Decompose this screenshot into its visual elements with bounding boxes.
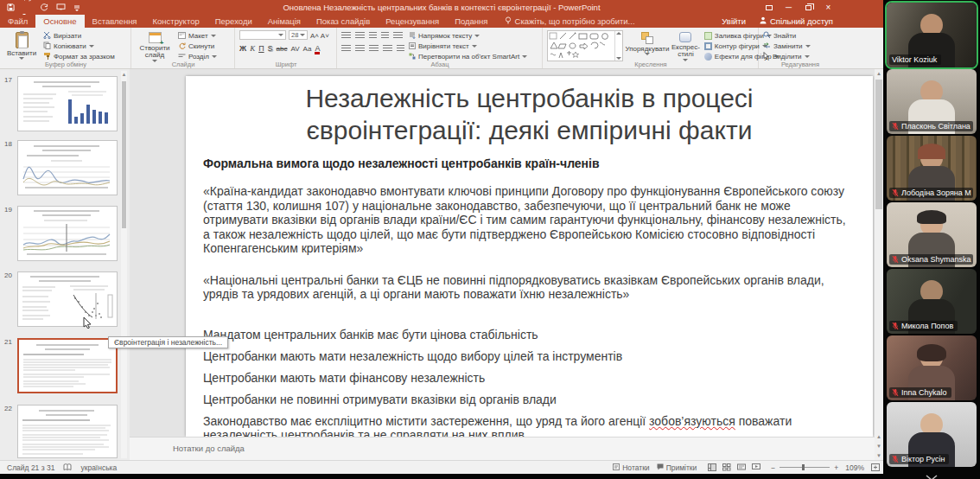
redo-icon[interactable] (40, 3, 48, 11)
spellcheck-icon[interactable] (63, 463, 72, 471)
shapes-scrollbar[interactable] (614, 31, 622, 61)
slide-thumbnail-21-current[interactable] (17, 338, 118, 393)
customize-qat-icon[interactable] (73, 4, 80, 11)
text-direction-button[interactable]: Напрямок тексту (409, 31, 527, 41)
paste-button[interactable]: Вставити (4, 30, 39, 60)
notes-panel[interactable]: Нотатки до слайда (130, 437, 875, 460)
close-icon[interactable]: × (818, 0, 838, 15)
slide-thumbnail-17[interactable] (17, 76, 118, 131)
character-spacing-button[interactable]: AV (291, 45, 300, 53)
columns-icon[interactable] (397, 45, 404, 53)
thumbnails-scrollbar[interactable]: ▲ (121, 71, 127, 458)
align-left-icon[interactable] (341, 45, 351, 53)
layout-button[interactable]: Макет (178, 31, 217, 41)
zoom-level[interactable]: 109% (845, 463, 864, 472)
language-indicator[interactable]: українська (80, 463, 117, 472)
slide-title[interactable]: Незалежність центробанків в процесі євро… (262, 83, 798, 146)
current-slide[interactable]: Незалежність центробанків в процесі євро… (186, 76, 873, 437)
share-button[interactable]: Спільний доступ (760, 16, 833, 26)
shapes-gallery[interactable] (547, 30, 623, 61)
font-name-select[interactable] (239, 30, 286, 40)
text-shadow-button[interactable]: S (268, 44, 273, 53)
align-text-button[interactable]: Вирівняти текст (409, 42, 527, 51)
slideshow-view-icon[interactable] (751, 463, 760, 472)
participant-tile[interactable]: Віктор Русін (887, 402, 977, 467)
comments-toggle[interactable]: Примітки (657, 463, 697, 472)
slide-thumbnail-22[interactable] (17, 405, 118, 458)
slide-quote-2[interactable]: «Національні центральні банки та ЄЦБ не … (203, 273, 856, 302)
slide-point[interactable]: Центробанки не повинні отримувати вказів… (203, 393, 856, 406)
slide-sorter-view-icon[interactable] (722, 463, 731, 472)
participant-tile[interactable]: Лободіна Зоряна М (887, 136, 977, 201)
quick-styles-button[interactable]: Експрес-стилі (671, 30, 700, 61)
tab-insert[interactable]: Вставлення (85, 15, 145, 28)
align-right-icon[interactable] (369, 45, 379, 53)
tab-transitions[interactable]: Переходи (207, 15, 260, 28)
zoom-out-icon[interactable]: − (771, 463, 775, 472)
find-button[interactable]: Знайти (763, 31, 811, 41)
slide-thumbnail-18[interactable] (17, 140, 118, 195)
font-color-button[interactable]: A (315, 44, 320, 54)
save-icon[interactable] (7, 3, 15, 11)
slide-point[interactable]: Центробанки мають мати незалежність щодо… (203, 349, 856, 363)
participant-tile[interactable]: Микола Попов (887, 269, 977, 334)
minimize-icon[interactable]: ─ (779, 0, 799, 15)
scroll-up-icon[interactable]: ▲ (875, 69, 883, 78)
slide-point[interactable]: Мандатом центральних банків має бути цін… (203, 328, 856, 342)
ribbon-display-options-icon[interactable] (759, 0, 779, 15)
slide-thumbnail-20[interactable] (17, 271, 118, 327)
fit-slide-icon[interactable] (871, 463, 880, 471)
tab-view[interactable]: Подання (447, 15, 495, 28)
strikethrough-button[interactable]: abc (277, 45, 288, 53)
scroll-up-icon[interactable]: ▲ (121, 71, 127, 79)
tab-slideshow[interactable]: Показ слайдів (309, 15, 378, 28)
slide-counter: Слайд 21 з 31 (7, 463, 54, 472)
tab-file[interactable]: Файл (0, 15, 35, 28)
reset-button[interactable]: Скинути (178, 42, 217, 51)
normal-view-icon[interactable] (707, 463, 716, 472)
zoom-in-icon[interactable]: + (834, 463, 838, 472)
reading-view-icon[interactable] (736, 463, 746, 472)
font-size-select[interactable]: 28 (289, 30, 308, 40)
cut-button[interactable]: Вирізати (43, 31, 115, 41)
underline-button[interactable]: П (258, 44, 264, 53)
slide-area-scrollbar[interactable]: ▲ ▲ ▼ ▼ (875, 69, 883, 460)
previous-slide-icon[interactable]: ▲ (875, 432, 883, 441)
participant-tile[interactable]: Пласконь Світлана (887, 69, 977, 134)
bold-button[interactable]: Ж (239, 44, 246, 53)
notes-toggle[interactable]: Нотатки (613, 463, 649, 472)
align-center-icon[interactable] (355, 45, 365, 53)
chevron-down-icon[interactable] (926, 469, 938, 479)
scroll-down-icon[interactable]: ▼ (875, 451, 883, 460)
italic-button[interactable]: К (250, 44, 255, 53)
grow-shrink-font[interactable]: A˄ A˅ (310, 30, 329, 41)
bullets-icon[interactable] (341, 32, 351, 40)
numbering-icon[interactable] (355, 32, 365, 40)
tab-design[interactable]: Конструктор (145, 15, 207, 28)
change-case-button[interactable]: Aa (303, 45, 312, 53)
decrease-indent-icon[interactable] (369, 32, 377, 40)
justify-icon[interactable] (383, 45, 392, 53)
replace-button[interactable]: Замінити (763, 42, 811, 51)
slide-thumbnail-19[interactable] (17, 206, 118, 261)
arrange-button[interactable]: Упорядкувати (627, 30, 667, 55)
tab-animations[interactable]: Анімація (260, 15, 309, 28)
slide-subtitle[interactable]: Формальна вимога щодо незалежності центр… (203, 156, 856, 170)
slide-point[interactable]: Центробанки мають мати фінансову незалеж… (203, 371, 856, 385)
participant-tile[interactable]: Oksana Shymanska (887, 202, 977, 267)
tell-me-box[interactable]: Скажіть, що потрібно зробити... (496, 15, 635, 28)
tab-review[interactable]: Рецензування (378, 15, 447, 28)
copy-button[interactable]: Копіювати (43, 42, 115, 51)
zoom-slider[interactable]: − + (771, 463, 838, 472)
start-slideshow-icon[interactable] (56, 3, 66, 11)
next-slide-icon[interactable]: ▼ (875, 442, 883, 450)
sign-in-button[interactable]: Увійти (722, 16, 746, 26)
slide-quote-1[interactable]: «Країна-кандидат законодавчо вмонтувати … (203, 184, 856, 256)
participant-tile[interactable]: Inna Chykalo (887, 335, 977, 400)
participant-tile[interactable]: Viktor Koziuk (887, 3, 977, 67)
new-slide-button[interactable]: Створити слайд (136, 30, 174, 62)
tab-home[interactable]: Основне (35, 15, 84, 28)
line-spacing-icon[interactable] (393, 32, 403, 40)
restore-icon[interactable] (799, 0, 818, 15)
increase-indent-icon[interactable] (381, 32, 389, 40)
